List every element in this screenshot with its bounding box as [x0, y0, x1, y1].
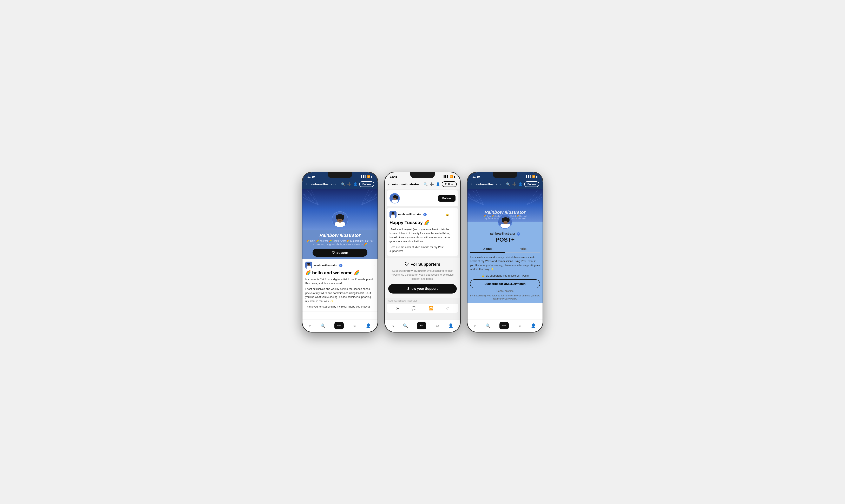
- post-body-1: My name is Rain! I'm a digital artist, I…: [305, 277, 375, 309]
- battery-icon-3: ▮: [536, 175, 538, 178]
- tab-search-3[interactable]: 🔍: [485, 323, 490, 328]
- tab-perks-3[interactable]: Perks: [505, 246, 540, 252]
- status-icons-2: ▌▌▌ 🛜 ▮: [444, 175, 455, 178]
- svg-point-14: [341, 214, 344, 220]
- terms-of-service-link-3[interactable]: Terms of Service: [504, 294, 521, 297]
- supporters-desc-2: Support rainbow-illustrator by subscribi…: [388, 269, 457, 281]
- svg-line-0: [303, 189, 319, 205]
- source-text-2: Source: rainbow-illustrator: [385, 298, 460, 304]
- nav-title-3: rainbow-illustrator: [475, 182, 504, 186]
- nav-bar-1: ‹ rainbow-illustrator 🔍 ➕ 👤 Follow: [303, 180, 378, 188]
- support-button-1[interactable]: 🛡 Support: [313, 249, 367, 257]
- profile-follow-inner-2: [390, 193, 400, 203]
- add-icon-1[interactable]: ➕: [347, 182, 351, 186]
- plus-badge-2: +: [423, 213, 427, 216]
- tab-home-1[interactable]: ⌂: [309, 323, 311, 328]
- avatar-svg-1: [332, 211, 348, 228]
- tab-profile-3[interactable]: 👤: [531, 323, 536, 328]
- tab-compose-2[interactable]: ✏: [417, 322, 426, 329]
- battery-icon-2: ▮: [454, 175, 455, 178]
- phone-3: 11:19 ▌▌▌ 🛜 ▮ ‹ rainbow-illustrator 🔍 ➕ …: [467, 172, 543, 332]
- status-icons-1: ▌▌▌ 🛜 ▮: [361, 175, 373, 178]
- follow-button-2[interactable]: Follow: [442, 181, 457, 187]
- svg-rect-11: [335, 222, 345, 228]
- show-support-button-2[interactable]: Show your Support: [388, 284, 457, 293]
- tab-compose-1[interactable]: ✏: [334, 322, 344, 329]
- dots-menu-1[interactable]: ···: [372, 263, 375, 267]
- nav-title-1: rainbow-illustrator: [309, 182, 339, 186]
- emoji-icon-1: ☺: [353, 323, 357, 328]
- phone1-header: [303, 188, 378, 230]
- back-button-1[interactable]: ‹: [306, 182, 307, 186]
- tab-emoji-1[interactable]: ☺: [353, 323, 357, 328]
- postplus-overlay: rainbow-illustrator + POST+ About Perks …: [467, 221, 542, 303]
- phone-1-scroll[interactable]: Rainbow Illustrator 🌈 Rain 🌈 she/her 🌈 D…: [303, 188, 378, 320]
- search-icon-2[interactable]: 🔍: [424, 182, 428, 186]
- follow-button-1[interactable]: Follow: [359, 181, 374, 187]
- profile-name-1: Rainbow Illustrator: [306, 233, 374, 238]
- signal-icon: ▌▌▌: [361, 175, 366, 178]
- tab-search-1[interactable]: 🔍: [321, 323, 326, 328]
- compose-icon-1: ✏: [334, 322, 344, 329]
- profile-bio-1: 🌈 Rain 🌈 she/her 🌈 Digital Artist 🌈 Supp…: [306, 239, 374, 246]
- follow-button-3[interactable]: Follow: [524, 181, 539, 187]
- phones-container: 11:19 ▌▌▌ 🛜 ▮ ‹ rainbow-illustrator 🔍 ➕ …: [302, 172, 543, 332]
- search-icon-3[interactable]: 🔍: [506, 182, 510, 186]
- privacy-policy-link-3[interactable]: Privacy Policy: [502, 298, 516, 300]
- tab-compose-3[interactable]: ✏: [499, 322, 509, 329]
- tab-about-3[interactable]: About: [470, 246, 505, 253]
- cancel-text-3: Cancel anytime: [470, 290, 540, 292]
- follow-dark-button-2[interactable]: Follow: [438, 195, 455, 202]
- comment-icon-2[interactable]: 💬: [412, 306, 416, 311]
- post-title-1: 🌈 hello and welcome 🌈: [305, 270, 375, 275]
- svg-line-32: [467, 193, 484, 205]
- back-button-3[interactable]: ‹: [471, 182, 472, 186]
- lock-icon-3: 🔒: [481, 274, 485, 277]
- svg-line-8: [361, 189, 374, 205]
- reblog-icon-2[interactable]: 🔁: [429, 306, 433, 311]
- search-icon-1[interactable]: 🔍: [341, 182, 345, 186]
- subscribe-button-3[interactable]: Subscribe for US$ 3.99/month: [470, 279, 540, 288]
- svg-point-43: [507, 217, 510, 222]
- like-icon-2[interactable]: ♡: [446, 306, 449, 311]
- wifi-icon-2: 🛜: [450, 175, 453, 178]
- profile-icon-1[interactable]: 👤: [353, 182, 358, 186]
- search-icon-tab-2: 🔍: [403, 323, 408, 328]
- postplus-tabs-3: About Perks: [470, 246, 540, 253]
- svg-line-5: [361, 189, 378, 205]
- back-button-2[interactable]: ‹: [388, 182, 390, 186]
- add-icon-2[interactable]: ➕: [430, 182, 434, 186]
- phone-3-scroll[interactable]: Rainbow Illustrator 🌈 Rain 🌈 she/her 🌈 D…: [467, 188, 542, 320]
- compose-icon-3: ✏: [499, 322, 509, 329]
- phone-3-screen: 11:19 ▌▌▌ 🛜 ▮ ‹ rainbow-illustrator 🔍 ➕ …: [467, 172, 542, 332]
- post-avatar-1: [305, 262, 312, 269]
- svg-line-4: [310, 189, 318, 205]
- follow-card-avatar-svg-2: [390, 194, 400, 203]
- add-icon-3[interactable]: ➕: [512, 182, 516, 186]
- svg-point-15: [336, 215, 339, 219]
- tab-home-3[interactable]: ⌂: [474, 323, 477, 328]
- status-icons-3: ▌▌▌ 🛜 ▮: [526, 175, 538, 178]
- compose-icon-2: ✏: [417, 322, 426, 329]
- profile-info-1: Rainbow Illustrator 🌈 Rain 🌈 she/her 🌈 D…: [303, 230, 378, 259]
- phone-2-scroll[interactable]: Follow rai: [385, 188, 460, 320]
- profile-icon-tab-1: 👤: [366, 323, 371, 328]
- profile-icon-2[interactable]: 👤: [436, 182, 440, 186]
- post-avatar-svg-2: [390, 211, 397, 218]
- tab-emoji-2[interactable]: ☺: [435, 323, 439, 328]
- emoji-icon-2: ☺: [435, 323, 439, 328]
- profile-icon-3[interactable]: 👤: [518, 182, 522, 186]
- tab-home-2[interactable]: ⌂: [392, 323, 394, 328]
- tab-emoji-3[interactable]: ☺: [518, 323, 522, 328]
- post-username-1: rainbow-illustrator +: [314, 263, 370, 267]
- post-username-2: rainbow-illustrator +: [398, 212, 444, 216]
- share-icon-2[interactable]: ➤: [396, 306, 399, 311]
- tab-profile-2[interactable]: 👤: [448, 323, 453, 328]
- postplus-title-3: POST+: [470, 236, 540, 243]
- tab-profile-1[interactable]: 👤: [366, 323, 371, 328]
- dots-menu-2[interactable]: ···: [452, 212, 455, 216]
- svg-line-9: [361, 189, 369, 205]
- phone-2: 12:41 ▌▌▌ 🛜 ▮ ‹ rainbow-illustrator 🔍 ➕ …: [384, 172, 461, 332]
- tab-search-2[interactable]: 🔍: [403, 323, 408, 328]
- emoji-icon-3: ☺: [518, 323, 522, 328]
